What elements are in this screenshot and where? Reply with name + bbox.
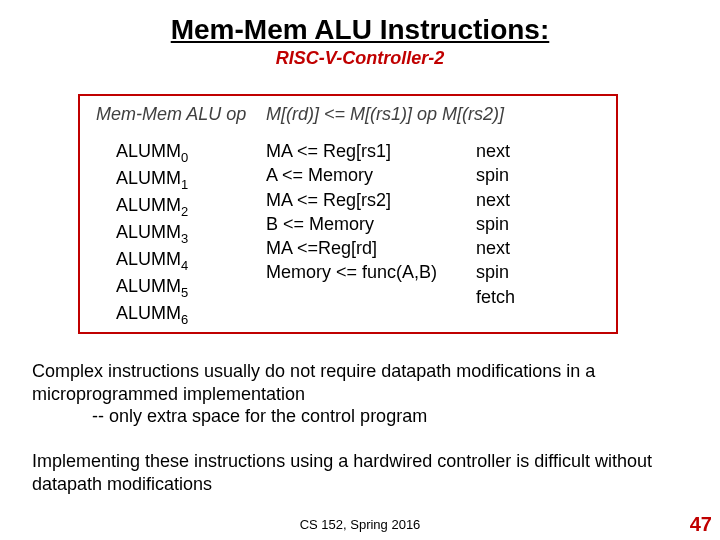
state-next: spin (476, 163, 556, 187)
state-next: next (476, 236, 556, 260)
state-name: ALUMM6 (116, 301, 266, 328)
state-name: ALUMM4 (116, 247, 266, 274)
state-action: MA <= Reg[rs2] (266, 188, 476, 212)
page-number: 47 (690, 513, 712, 536)
paragraph-2: Implementing these instructions using a … (32, 450, 680, 495)
state-action: B <= Memory (266, 212, 476, 236)
slide-title: Mem-Mem ALU Instructions: (0, 14, 720, 46)
state-name: ALUMM2 (116, 193, 266, 220)
footer-course: CS 152, Spring 2016 (0, 517, 720, 532)
paragraph-1-main: Complex instructions usually do not requ… (32, 361, 595, 404)
state-next: next (476, 139, 556, 163)
state-action: MA <=Reg[rd] (266, 236, 476, 260)
state-next: spin (476, 212, 556, 236)
title-block: Mem-Mem ALU Instructions: RISC-V-Control… (0, 0, 720, 69)
state-name: ALUMM1 (116, 166, 266, 193)
state-next: next (476, 188, 556, 212)
box-header-semantics: M[(rd)] <= M[(rs1)] op M[(rs2)] (266, 104, 600, 125)
col-next: next spin next spin next spin fetch (476, 139, 556, 329)
state-action: MA <= Reg[rs1] (266, 139, 476, 163)
state-action: Memory <= func(A,B) (266, 260, 476, 284)
slide: Mem-Mem ALU Instructions: RISC-V-Control… (0, 0, 720, 540)
microcode-box: Mem-Mem ALU op M[(rd)] <= M[(rs1)] op M[… (78, 94, 618, 334)
state-name: ALUMM0 (116, 139, 266, 166)
box-header-op: Mem-Mem ALU op (96, 104, 266, 125)
state-action: A <= Memory (266, 163, 476, 187)
paragraph-1: Complex instructions usually do not requ… (32, 360, 680, 428)
state-name: ALUMM5 (116, 274, 266, 301)
col-state-names: ALUMM0 ALUMM1 ALUMM2 ALUMM3 ALUMM4 ALUMM… (96, 139, 266, 329)
paragraph-1-sub: -- only extra space for the control prog… (32, 405, 680, 428)
microcode-table: ALUMM0 ALUMM1 ALUMM2 ALUMM3 ALUMM4 ALUMM… (96, 139, 600, 329)
slide-subtitle: RISC-V-Controller-2 (0, 48, 720, 69)
box-header: Mem-Mem ALU op M[(rd)] <= M[(rs1)] op M[… (96, 104, 600, 125)
col-actions: MA <= Reg[rs1] A <= Memory MA <= Reg[rs2… (266, 139, 476, 329)
state-next: fetch (476, 285, 556, 309)
state-next: spin (476, 260, 556, 284)
state-name: ALUMM3 (116, 220, 266, 247)
